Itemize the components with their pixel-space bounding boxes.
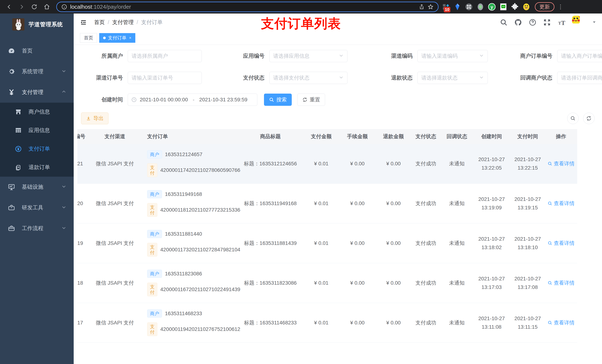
search-icon [548,241,552,246]
active-tag-dot [103,37,106,39]
refresh-table-button[interactable] [583,113,595,124]
merchant-input[interactable] [128,50,202,62]
reload-icon[interactable] [29,1,40,12]
sidebar-fold-icon[interactable] [80,18,88,26]
fee-amount: ¥ 0.00 [338,199,376,208]
channel-order-no-input[interactable] [128,72,202,84]
extension-gem-icon[interactable] [453,3,462,11]
orders-table: 编号 支付渠道 支付订单 商品标题 支付金额 手续金额 退款金额 支付状态 回调… [77,129,598,364]
filter-label-refund-status: 退款状态 [371,74,418,82]
pay-amount: ¥ 0.01 [304,278,338,288]
reset-button[interactable]: 重置 [297,94,325,106]
sidebar-item-pay-order[interactable]: 支付订单 [0,140,74,158]
pay-status-select[interactable] [269,72,347,84]
merchant-tag: 商户 [147,310,162,318]
refund-amount: ¥ 0.00 [376,199,411,208]
avatar-caret-icon[interactable] [592,20,596,25]
pay-tag: 支付 [147,283,157,296]
sidebar-item-merchant-info[interactable]: 商户信息 [0,103,74,121]
filter-label-merchant: 所属商户 [79,52,128,60]
goods-title: 标题：1635311881439 [236,238,304,249]
extension-emoji-icon[interactable] [522,3,530,11]
search-button[interactable]: 搜索 [264,94,292,106]
app-logo-row[interactable]: 芋道管理系统 [0,13,74,35]
bookmark-star-icon[interactable] [428,4,434,10]
create-time-range-picker[interactable]: 2021-10-01 00:00:00 - 2021-10-31 23:59:5… [128,94,257,106]
sidebar-item-devtools[interactable]: 研发工具 [0,197,74,218]
order-id: 20 [77,199,92,208]
refund-status-select[interactable] [418,72,488,84]
url-path: :1024/pay/order [92,4,131,10]
notify-status: 未通知 [441,158,473,169]
fullscreen-icon[interactable] [543,19,551,26]
order-id: 18 [77,278,92,288]
extension-command-icon[interactable] [465,3,473,11]
sidebar-item-app-info[interactable]: 应用信息 [0,121,74,140]
home-icon[interactable] [42,1,52,12]
range-end[interactable]: 2021-10-31 23:59:59 [199,97,247,103]
view-detail-link[interactable]: 查看详情 [548,160,575,167]
tag-home[interactable]: 首页 [80,33,97,43]
view-detail-link[interactable]: 查看详情 [548,240,575,247]
share-icon[interactable] [419,4,425,10]
merchant-tag: 商户 [147,150,162,158]
forward-icon[interactable] [16,1,27,12]
pay-order-no: 4200001167202110271022491439 [160,287,240,292]
sidebar-item-workflow[interactable]: 工作流程 [0,218,74,239]
breadcrumb-home[interactable]: 首页 [94,19,105,26]
extension-record-icon[interactable] [476,3,484,11]
view-detail-link[interactable]: 查看详情 [548,200,575,207]
goods-title: 标题：1635312124656 [236,158,304,169]
toggle-search-button[interactable] [567,113,579,124]
navbar: 首页 / 支付管理 / 支付订单 支付订单列表 TT [74,13,602,31]
rabbit-logo [12,18,24,31]
chevron-down-icon [62,184,66,190]
dashboard-icon [8,47,15,54]
search-icon [269,97,274,102]
search-icon [548,201,552,206]
user-avatar[interactable] [572,16,585,29]
export-button[interactable]: 导出 [81,113,108,124]
address-bar[interactable]: localhost:1024/pay/order [56,2,439,12]
table-row: 18 微信 JSAPI 支付 商户 1635311823086 支付 42000… [77,263,577,303]
help-icon[interactable] [529,19,537,26]
range-start[interactable]: 2021-10-01 00:00:00 [140,97,188,103]
sidebar-item-refund-order[interactable]: 退款订单 [0,158,74,177]
back-icon[interactable] [4,1,14,12]
sidebar-item-system[interactable]: 系统管理 [0,61,74,82]
extension-tabs-icon[interactable]: 10 [442,3,450,11]
tag-close-icon[interactable]: × [129,35,131,40]
monitor-chart-icon [8,183,15,191]
browser-update-button[interactable]: 更新 [535,2,554,11]
extension-puzzle-icon[interactable] [511,3,519,11]
sidebar-item-infra[interactable]: 基础设施 [0,177,74,197]
sidebar-item-home[interactable]: 首页 [0,41,74,61]
search-icon [548,281,552,285]
view-detail-link[interactable]: 查看详情 [548,319,575,326]
view-detail-link[interactable]: 查看详情 [548,280,575,287]
font-size-icon[interactable]: TT [558,19,565,26]
app-select[interactable] [269,50,347,62]
browser-menu-icon[interactable]: ⋮ [558,3,563,10]
filter-label-channel-order-no: 渠道订单号 [79,74,128,82]
breadcrumb-pay[interactable]: 支付管理 [112,19,134,26]
channel-code-select[interactable] [418,50,488,62]
pay-order-no: 4200001174202110278060590766 [160,167,240,173]
merchant-order-no-input[interactable] [557,50,602,62]
site-info-icon[interactable] [61,4,67,10]
refresh-icon [302,97,308,102]
pay-order-no: 4200001194202110276752100612 [160,326,240,332]
svg-text:T: T [561,20,565,26]
pay-status: 支付成功 [411,198,441,209]
tag-pay-order[interactable]: 支付订单 × [99,33,135,43]
navbar-actions: TT [500,16,596,29]
filter-label-notify-status: 回调商户状态 [508,74,557,82]
table-row-partial: 商户 1635044054706 [77,343,577,364]
extension-y-icon[interactable]: y [488,3,496,11]
github-icon[interactable] [514,19,522,26]
filter-form: 所属商户 应用编号 渠道编码 商户订单编号 渠道订单号 [74,45,602,106]
sidebar-item-pay[interactable]: 支付管理 [0,82,74,103]
notify-status-select[interactable] [557,72,602,84]
extension-chat-icon[interactable] [499,3,507,11]
search-icon[interactable] [500,19,508,26]
